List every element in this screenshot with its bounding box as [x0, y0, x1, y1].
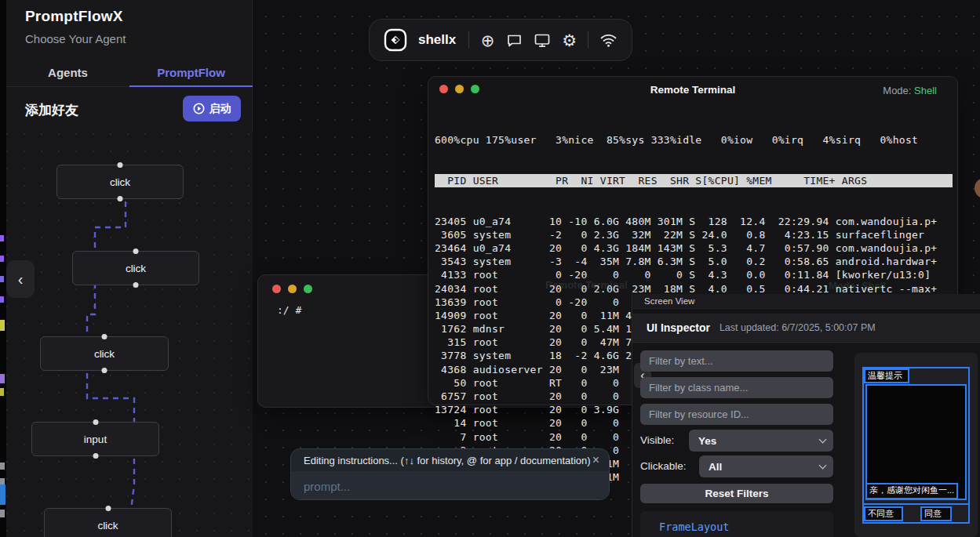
filter-text-input[interactable] — [640, 350, 833, 372]
node-handle[interactable] — [118, 162, 123, 168]
tab-promptflow[interactable]: PromptFlow — [129, 61, 253, 87]
app-title: PromptFlowX — [25, 8, 123, 25]
flow-node-input[interactable]: input — [31, 422, 159, 456]
toolbar-divider — [588, 31, 588, 49]
prompt-card: Editing instructions... (↑↓ for history,… — [290, 448, 610, 500]
dialog-title[interactable]: 温馨提示 — [864, 368, 909, 383]
flow-name: 添加好友 — [25, 101, 78, 119]
chat-button[interactable] — [506, 30, 523, 50]
node-handle[interactable] — [105, 506, 111, 511]
node-label: click — [94, 348, 115, 360]
chevron-down-icon — [819, 462, 827, 470]
prompt-input[interactable] — [291, 471, 609, 500]
node-handle[interactable] — [133, 282, 139, 288]
screen-preview[interactable]: 温馨提示 亲，感谢您对闲鱼一... 不同意 同意 — [854, 353, 978, 537]
app-root: PromptFlowX Choose Your Agent Agents Pro… — [0, 0, 980, 537]
window-controls — [272, 285, 312, 293]
node-handle[interactable] — [133, 249, 139, 254]
clickable-select[interactable]: All — [699, 455, 833, 477]
zoom-window-icon[interactable] — [304, 285, 312, 293]
sliver — [0, 256, 4, 262]
visible-select[interactable]: Yes — [689, 430, 833, 452]
add-button[interactable]: ⊕ — [480, 30, 495, 50]
node-handle[interactable] — [102, 368, 107, 373]
flow-node-click-4[interactable]: click — [44, 508, 172, 537]
monitor-icon — [534, 32, 551, 49]
sliver — [0, 388, 4, 396]
terminal-title: Remote Terminal — [428, 84, 957, 96]
terminal-row: 23405 u0_a74 10 -10 6.0G 480M 301M S 128… — [435, 215, 953, 228]
sliver — [0, 235, 4, 241]
flow-action-row: 添加好友 启动 — [6, 88, 253, 132]
node-label: click — [110, 176, 130, 188]
agree-button[interactable]: 同意 — [920, 506, 952, 521]
start-flow-button[interactable]: 启动 — [183, 96, 241, 122]
node-handle[interactable] — [118, 196, 123, 201]
prompt-card-header: Editing instructions... (↑↓ for history,… — [291, 449, 609, 471]
filter-resource-input[interactable] — [640, 404, 833, 425]
node-label: input — [84, 434, 107, 445]
flow-node-click-1[interactable]: click — [56, 165, 184, 199]
screen-view-bar: Screen View — [632, 294, 980, 310]
clickable-value: All — [709, 461, 722, 473]
visible-value: Yes — [698, 435, 716, 447]
dialog-message[interactable]: 亲，感谢您对闲鱼一... — [865, 483, 958, 499]
reset-filters-button[interactable]: Reset Filters — [640, 484, 833, 503]
floating-toolbar: shellx ⊕ ⚙ — [369, 19, 632, 61]
start-button-label: 启动 — [209, 102, 231, 116]
filter-class-input[interactable] — [640, 377, 833, 398]
screen-button[interactable] — [534, 30, 551, 50]
settings-button[interactable]: ⚙ — [562, 30, 577, 50]
terminal-row: 3605 system -2 0 2.3G 32M 22M S 24.0 0.8… — [435, 228, 953, 241]
visible-label: Visible: — [640, 434, 674, 446]
chat-bubble-icon — [506, 32, 523, 49]
sidebar-collapse-button[interactable]: ‹ — [6, 260, 35, 298]
node-handle[interactable] — [93, 419, 98, 425]
sliver — [0, 320, 5, 331]
hierarchy-tree: FrameLayout — [640, 511, 833, 537]
sliver — [0, 296, 4, 303]
sliver — [0, 463, 5, 470]
sliver — [0, 484, 5, 505]
ghost-mode-label: Mode: — [829, 280, 858, 292]
process-table-header: PID USER PR NI VIRT RES SHR S[%CPU] %MEM… — [435, 174, 953, 187]
tree-node-framelayout[interactable]: FrameLayout — [659, 521, 729, 533]
screen-view-label: Screen View — [644, 296, 694, 306]
terminal-mode: Mode: Shell — [883, 85, 937, 96]
tab-agents[interactable]: Agents — [6, 61, 129, 87]
flow-canvas[interactable]: click click click input click — [6, 132, 253, 537]
node-label: click — [97, 520, 118, 532]
inspector-panel: Screen View UI Inspector Last updated: 6… — [632, 294, 980, 537]
last-updated-text: Last updated: 6/7/2025, 5:00:07 PM — [720, 322, 876, 333]
sliver — [0, 374, 5, 383]
terminal-row: 3543 system -3 -4 35M 7.8M 6.3M S 5.0 0.… — [435, 255, 953, 268]
sliver — [0, 510, 5, 517]
node-handle[interactable] — [102, 334, 107, 339]
close-window-icon[interactable] — [272, 285, 281, 293]
flow-node-click-2[interactable]: click — [72, 251, 199, 285]
toolbar-app-name: shellx — [418, 32, 456, 48]
mode-label: Mode: — [883, 85, 911, 96]
clickable-label: Clickable: — [640, 460, 687, 472]
flow-node-click-3[interactable]: click — [40, 336, 169, 371]
ghost-window-mode: Mode: Shell — [829, 280, 886, 292]
disagree-button[interactable]: 不同意 — [864, 506, 903, 521]
close-icon[interactable]: × — [592, 453, 599, 467]
shell-prompt: :/ # — [277, 304, 301, 316]
toolbar-divider — [468, 31, 469, 49]
wifi-icon — [599, 33, 618, 48]
chevron-down-icon — [819, 436, 827, 444]
app-subtitle: Choose Your Agent — [25, 32, 126, 45]
chevron-left-icon: ‹ — [18, 270, 24, 288]
ui-inspector-title: UI Inspector — [647, 321, 710, 334]
ui-inspector-header: UI Inspector Last updated: 6/7/2025, 5:0… — [632, 314, 980, 343]
ghost-window-title: Remote Terminal — [545, 279, 628, 291]
editing-instructions-label: Editing instructions... (↑↓ for history,… — [304, 455, 592, 466]
background-window-strip — [0, 0, 6, 537]
sliver — [0, 276, 4, 282]
shellx-logo-icon[interactable] — [384, 28, 407, 52]
connection-button[interactable] — [599, 30, 618, 50]
node-handle[interactable] — [93, 453, 98, 459]
minimize-window-icon[interactable] — [288, 285, 297, 293]
sidebar-tabs: Agents PromptFlow — [6, 61, 253, 87]
